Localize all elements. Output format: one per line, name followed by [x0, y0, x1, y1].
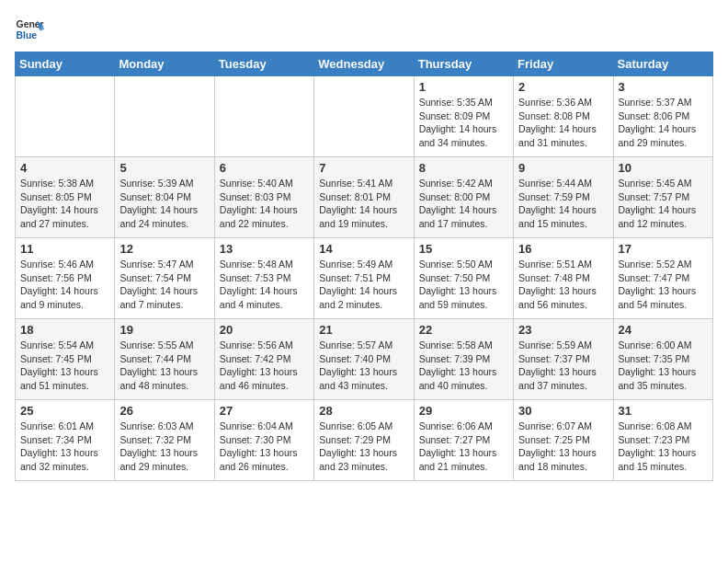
day-cell: 10Sunrise: 5:45 AM Sunset: 7:57 PM Dayli… — [613, 157, 712, 238]
weekday-header-monday: Monday — [115, 52, 214, 76]
day-number: 29 — [419, 404, 508, 418]
day-info: Sunrise: 5:59 AM Sunset: 7:37 PM Dayligh… — [518, 339, 608, 393]
day-number: 5 — [119, 161, 209, 175]
day-number: 7 — [319, 161, 408, 175]
day-info: Sunrise: 5:55 AM Sunset: 7:44 PM Dayligh… — [119, 339, 209, 393]
day-number: 13 — [220, 242, 309, 256]
day-info: Sunrise: 5:41 AM Sunset: 8:01 PM Dayligh… — [319, 177, 408, 231]
day-cell: 5Sunrise: 5:39 AM Sunset: 8:04 PM Daylig… — [115, 157, 214, 238]
day-cell: 6Sunrise: 5:40 AM Sunset: 8:03 PM Daylig… — [214, 157, 313, 238]
day-cell: 25Sunrise: 6:01 AM Sunset: 7:34 PM Dayli… — [16, 400, 115, 481]
day-cell: 17Sunrise: 5:52 AM Sunset: 7:47 PM Dayli… — [613, 238, 712, 319]
day-cell: 2Sunrise: 5:36 AM Sunset: 8:08 PM Daylig… — [514, 76, 613, 157]
day-number: 11 — [20, 242, 109, 256]
day-number: 20 — [220, 323, 309, 337]
day-info: Sunrise: 6:04 AM Sunset: 7:30 PM Dayligh… — [220, 419, 309, 474]
day-number: 19 — [119, 323, 209, 337]
day-info: Sunrise: 5:57 AM Sunset: 7:40 PM Dayligh… — [319, 339, 408, 393]
day-number: 14 — [319, 242, 408, 256]
day-info: Sunrise: 6:08 AM Sunset: 7:23 PM Dayligh… — [619, 419, 708, 474]
day-info: Sunrise: 5:56 AM Sunset: 7:42 PM Dayligh… — [220, 339, 309, 393]
day-number: 3 — [619, 80, 708, 94]
day-number: 8 — [419, 161, 508, 175]
day-number: 23 — [518, 323, 608, 337]
day-cell: 4Sunrise: 5:38 AM Sunset: 8:05 PM Daylig… — [16, 157, 115, 238]
day-cell: 27Sunrise: 6:04 AM Sunset: 7:30 PM Dayli… — [214, 400, 313, 481]
weekday-header-sunday: Sunday — [16, 52, 115, 76]
day-cell — [115, 76, 214, 157]
day-info: Sunrise: 6:00 AM Sunset: 7:35 PM Dayligh… — [619, 339, 708, 393]
day-number: 28 — [319, 404, 408, 418]
day-cell: 22Sunrise: 5:58 AM Sunset: 7:39 PM Dayli… — [414, 319, 513, 400]
weekday-header-wednesday: Wednesday — [314, 52, 414, 76]
day-cell: 21Sunrise: 5:57 AM Sunset: 7:40 PM Dayli… — [314, 319, 414, 400]
day-number: 4 — [20, 161, 109, 175]
day-info: Sunrise: 5:38 AM Sunset: 8:05 PM Dayligh… — [20, 177, 109, 231]
logo: General Blue — [15, 15, 48, 44]
header: General Blue — [15, 15, 713, 44]
day-info: Sunrise: 5:49 AM Sunset: 7:51 PM Dayligh… — [319, 258, 408, 312]
day-cell: 11Sunrise: 5:46 AM Sunset: 7:56 PM Dayli… — [16, 238, 115, 319]
day-info: Sunrise: 5:50 AM Sunset: 7:50 PM Dayligh… — [419, 258, 508, 312]
day-cell: 30Sunrise: 6:07 AM Sunset: 7:25 PM Dayli… — [514, 400, 613, 481]
day-info: Sunrise: 5:39 AM Sunset: 8:04 PM Dayligh… — [119, 177, 209, 231]
week-row-2: 4Sunrise: 5:38 AM Sunset: 8:05 PM Daylig… — [16, 157, 713, 238]
day-cell — [16, 76, 115, 157]
day-cell: 26Sunrise: 6:03 AM Sunset: 7:32 PM Dayli… — [115, 400, 214, 481]
day-number: 12 — [119, 242, 209, 256]
day-cell: 1Sunrise: 5:35 AM Sunset: 8:09 PM Daylig… — [414, 76, 513, 157]
day-info: Sunrise: 5:48 AM Sunset: 7:53 PM Dayligh… — [220, 258, 309, 312]
day-info: Sunrise: 5:35 AM Sunset: 8:09 PM Dayligh… — [419, 96, 508, 150]
day-number: 22 — [419, 323, 508, 337]
day-info: Sunrise: 5:40 AM Sunset: 8:03 PM Dayligh… — [220, 177, 309, 231]
week-row-4: 18Sunrise: 5:54 AM Sunset: 7:45 PM Dayli… — [16, 319, 713, 400]
calendar-table: SundayMondayTuesdayWednesdayThursdayFrid… — [15, 52, 713, 481]
day-info: Sunrise: 5:47 AM Sunset: 7:54 PM Dayligh… — [119, 258, 209, 312]
day-info: Sunrise: 6:06 AM Sunset: 7:27 PM Dayligh… — [419, 419, 508, 474]
day-cell — [314, 76, 414, 157]
weekday-header-friday: Friday — [514, 52, 613, 76]
day-info: Sunrise: 5:42 AM Sunset: 8:00 PM Dayligh… — [419, 177, 508, 231]
day-info: Sunrise: 5:51 AM Sunset: 7:48 PM Dayligh… — [518, 258, 608, 312]
day-cell: 20Sunrise: 5:56 AM Sunset: 7:42 PM Dayli… — [214, 319, 313, 400]
day-info: Sunrise: 6:01 AM Sunset: 7:34 PM Dayligh… — [20, 419, 109, 474]
day-number: 27 — [220, 404, 309, 418]
day-cell: 23Sunrise: 5:59 AM Sunset: 7:37 PM Dayli… — [514, 319, 613, 400]
day-cell: 14Sunrise: 5:49 AM Sunset: 7:51 PM Dayli… — [314, 238, 414, 319]
day-cell — [214, 76, 313, 157]
day-info: Sunrise: 6:05 AM Sunset: 7:29 PM Dayligh… — [319, 419, 408, 474]
day-number: 9 — [518, 161, 608, 175]
day-info: Sunrise: 6:03 AM Sunset: 7:32 PM Dayligh… — [119, 419, 209, 474]
day-number: 18 — [20, 323, 109, 337]
weekday-header-row: SundayMondayTuesdayWednesdayThursdayFrid… — [16, 52, 713, 76]
week-row-3: 11Sunrise: 5:46 AM Sunset: 7:56 PM Dayli… — [16, 238, 713, 319]
day-info: Sunrise: 5:37 AM Sunset: 8:06 PM Dayligh… — [619, 96, 708, 150]
weekday-header-thursday: Thursday — [414, 52, 513, 76]
day-number: 6 — [220, 161, 309, 175]
day-cell: 3Sunrise: 5:37 AM Sunset: 8:06 PM Daylig… — [613, 76, 712, 157]
day-number: 21 — [319, 323, 408, 337]
day-number: 2 — [518, 80, 608, 94]
svg-text:Blue: Blue — [17, 30, 38, 40]
weekday-header-tuesday: Tuesday — [214, 52, 313, 76]
day-info: Sunrise: 5:54 AM Sunset: 7:45 PM Dayligh… — [20, 339, 109, 393]
day-cell: 13Sunrise: 5:48 AM Sunset: 7:53 PM Dayli… — [214, 238, 313, 319]
day-number: 15 — [419, 242, 508, 256]
day-cell: 24Sunrise: 6:00 AM Sunset: 7:35 PM Dayli… — [613, 319, 712, 400]
day-cell: 15Sunrise: 5:50 AM Sunset: 7:50 PM Dayli… — [414, 238, 513, 319]
day-info: Sunrise: 5:46 AM Sunset: 7:56 PM Dayligh… — [20, 258, 109, 312]
day-cell: 31Sunrise: 6:08 AM Sunset: 7:23 PM Dayli… — [613, 400, 712, 481]
day-number: 1 — [419, 80, 508, 94]
day-number: 16 — [518, 242, 608, 256]
day-cell: 19Sunrise: 5:55 AM Sunset: 7:44 PM Dayli… — [115, 319, 214, 400]
day-cell: 12Sunrise: 5:47 AM Sunset: 7:54 PM Dayli… — [115, 238, 214, 319]
day-number: 24 — [619, 323, 708, 337]
day-number: 10 — [619, 161, 708, 175]
weekday-header-saturday: Saturday — [613, 52, 712, 76]
day-number: 31 — [619, 404, 708, 418]
day-number: 25 — [20, 404, 109, 418]
week-row-5: 25Sunrise: 6:01 AM Sunset: 7:34 PM Dayli… — [16, 400, 713, 481]
day-cell: 7Sunrise: 5:41 AM Sunset: 8:01 PM Daylig… — [314, 157, 414, 238]
day-cell: 9Sunrise: 5:44 AM Sunset: 7:59 PM Daylig… — [514, 157, 613, 238]
day-cell: 29Sunrise: 6:06 AM Sunset: 7:27 PM Dayli… — [414, 400, 513, 481]
